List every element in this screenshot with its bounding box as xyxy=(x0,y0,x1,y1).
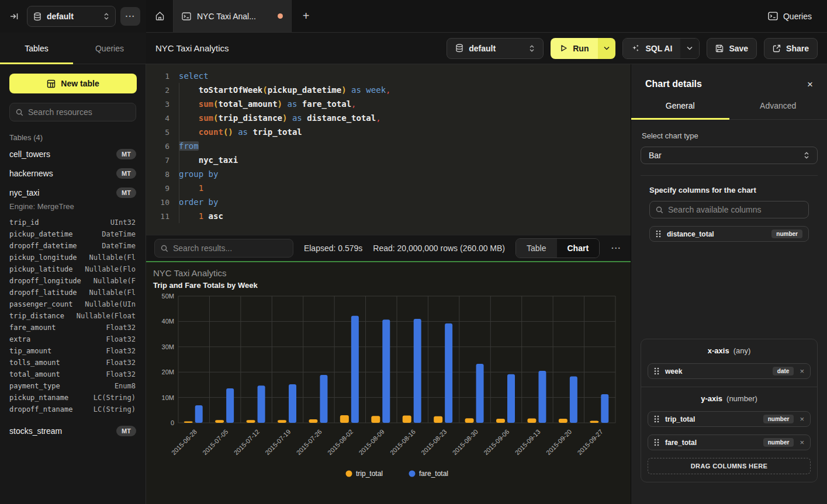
queries-button[interactable]: Queries xyxy=(768,12,812,21)
sidebar-database-selector[interactable]: default xyxy=(27,6,116,27)
sidebar-tab-queries[interactable]: Queries xyxy=(73,33,146,64)
bar-trip-total[interactable] xyxy=(309,419,317,423)
column-name: pickup_latitude xyxy=(9,265,72,273)
table-row-nyc_taxi[interactable]: nyc_taxiMT xyxy=(0,183,146,202)
bar-trip-total[interactable] xyxy=(434,416,442,423)
close-panel-button[interactable]: × xyxy=(807,79,813,89)
resource-search-input[interactable] xyxy=(28,107,130,117)
spacer xyxy=(0,415,146,421)
drop-zone[interactable]: DRAG COLUMNS HERE xyxy=(648,458,811,474)
bar-fare-total[interactable] xyxy=(289,384,296,423)
drag-handle-icon[interactable] xyxy=(656,230,661,238)
run-button[interactable]: Run xyxy=(551,38,598,59)
bar-fare-total[interactable] xyxy=(414,319,421,423)
table-row-hackernews[interactable]: hackernewsMT xyxy=(0,164,146,183)
drag-handle-icon[interactable] xyxy=(654,439,659,446)
remove-column-button[interactable]: × xyxy=(800,439,804,446)
bar-trip-total[interactable] xyxy=(278,420,286,423)
tab-general[interactable]: General xyxy=(631,101,729,119)
bar-trip-total[interactable] xyxy=(340,415,349,423)
terminal-icon xyxy=(182,12,191,20)
bar-trip-total[interactable] xyxy=(184,421,193,423)
bar-trip-total[interactable] xyxy=(215,420,224,423)
tab-advanced[interactable]: Advanced xyxy=(729,101,827,119)
bar-fare-total[interactable] xyxy=(507,374,515,423)
bar-chart[interactable]: 010M20M30M40M50M2015-06-282015-07-052015… xyxy=(153,292,624,491)
column-chip-week[interactable]: weekdate× xyxy=(648,363,811,379)
drag-handle-icon[interactable] xyxy=(654,415,659,423)
code-text: order by xyxy=(169,195,218,209)
query-tab-nyc-taxi[interactable]: NYC Taxi Anal... xyxy=(174,0,292,32)
bar-trip-total[interactable] xyxy=(559,419,568,423)
bar-fare-total[interactable] xyxy=(226,388,234,423)
home-button[interactable] xyxy=(146,0,174,32)
table-row-stocks_stream[interactable]: stocks_streamMT xyxy=(0,421,146,440)
column-type: Nullable(Float xyxy=(77,312,136,320)
sidebar-more-button[interactable]: ··· xyxy=(120,7,140,26)
results-more-button[interactable]: ··· xyxy=(610,244,622,253)
sql-editor[interactable]: 1select2 toStartOfWeek(pickup_datetime) … xyxy=(146,64,631,235)
share-button[interactable]: Share xyxy=(764,38,818,59)
table-engine: Engine: MergeTree xyxy=(0,202,146,217)
drag-handle-icon[interactable] xyxy=(654,367,659,375)
bar-chart-svg: 010M20M30M40M50M2015-06-282015-07-052015… xyxy=(153,292,624,491)
column-chip-distance_total[interactable]: distance_totalnumber xyxy=(649,226,809,242)
new-table-button[interactable]: New table xyxy=(9,74,137,93)
results-search-input[interactable] xyxy=(173,244,287,253)
line-number: 1 xyxy=(146,69,169,83)
bar-fare-total[interactable] xyxy=(476,364,484,423)
columns-search xyxy=(649,201,809,218)
columns-search-input[interactable] xyxy=(668,205,802,214)
chart-details-panel: Chart details × General Advanced Select … xyxy=(631,64,827,504)
table-row-cell_towers[interactable]: cell_towersMT xyxy=(0,144,146,164)
view-toggle-chart[interactable]: Chart xyxy=(557,239,600,258)
x-axis-hint: (any) xyxy=(733,346,751,355)
bar-fare-total[interactable] xyxy=(538,371,546,423)
save-icon xyxy=(715,44,724,53)
view-toggle-table[interactable]: Table xyxy=(516,239,556,258)
bar-fare-total[interactable] xyxy=(351,316,359,423)
remove-column-button[interactable]: × xyxy=(800,415,804,423)
column-type: DateTime xyxy=(102,230,136,238)
column-chip-trip_total[interactable]: trip_totalnumber× xyxy=(648,411,811,427)
code-text: toStartOfWeek(pickup_datetime) as week, xyxy=(169,83,391,97)
sql-ai-button[interactable]: SQL AI xyxy=(623,39,680,58)
bar-trip-total[interactable] xyxy=(371,416,380,423)
column-chip-fare_total[interactable]: fare_totalnumber× xyxy=(648,435,811,450)
bar-fare-total[interactable] xyxy=(320,375,327,423)
bar-trip-total[interactable] xyxy=(247,420,255,423)
run-options-button[interactable] xyxy=(598,38,615,59)
save-button[interactable]: Save xyxy=(707,38,757,59)
chart-type-select[interactable]: Bar xyxy=(641,147,818,164)
bar-trip-total[interactable] xyxy=(496,419,505,423)
bar-fare-total[interactable] xyxy=(258,385,265,423)
code-text: nyc_taxi xyxy=(169,153,238,167)
sql-ai-options-button[interactable] xyxy=(680,39,699,58)
x-tick-label: 2015-09-27 xyxy=(576,428,604,456)
run-database-selector[interactable]: default xyxy=(447,38,544,59)
remove-column-button[interactable]: × xyxy=(800,367,804,375)
column-chip-name: fare_total xyxy=(665,439,757,447)
bar-fare-total[interactable] xyxy=(445,324,452,423)
column-row: dropoff_latitudeNullable(Fl xyxy=(0,287,146,298)
code-text: count() as trip_total xyxy=(169,125,302,139)
column-type: Float32 xyxy=(106,370,136,378)
sidebar-tab-tables[interactable]: Tables xyxy=(0,33,73,64)
bar-trip-total[interactable] xyxy=(590,421,598,423)
collapse-sidebar-button[interactable] xyxy=(6,8,22,25)
column-name: dropoff_longitude xyxy=(9,277,81,285)
bar-fare-total[interactable] xyxy=(195,405,203,423)
new-tab-button[interactable]: + xyxy=(292,0,320,32)
legend-fare-total[interactable]: fare_total xyxy=(419,470,448,478)
bar-trip-total[interactable] xyxy=(403,415,411,423)
query-tab-label: NYC Taxi Anal... xyxy=(197,12,272,21)
bar-trip-total[interactable] xyxy=(465,418,474,423)
legend-trip-total[interactable]: trip_total xyxy=(356,470,383,478)
column-row: trip_idUInt32 xyxy=(0,217,146,228)
bar-fare-total[interactable] xyxy=(570,377,577,423)
bar-trip-total[interactable] xyxy=(527,419,536,423)
y-axis-hint: (number) xyxy=(726,394,757,403)
bar-fare-total[interactable] xyxy=(601,394,608,423)
bar-fare-total[interactable] xyxy=(382,319,390,423)
x-tick-label: 2015-06-28 xyxy=(170,428,198,456)
